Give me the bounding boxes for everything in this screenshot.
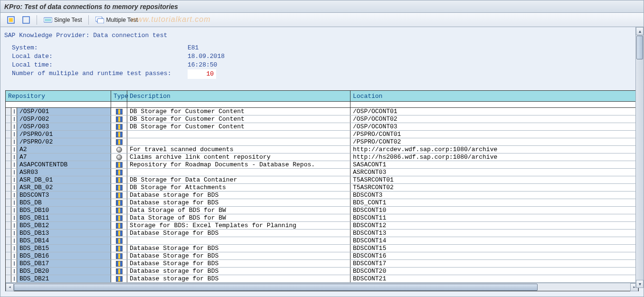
row-selector[interactable] bbox=[6, 192, 11, 199]
svg-rect-1 bbox=[9, 18, 13, 22]
row-checkbox[interactable] bbox=[11, 146, 17, 153]
row-selector[interactable] bbox=[6, 260, 11, 267]
table-row[interactable]: BDS_DB14BDSCONT14 bbox=[6, 237, 638, 245]
row-checkbox[interactable] bbox=[11, 131, 17, 138]
row-checkbox[interactable] bbox=[11, 192, 17, 199]
table-row[interactable]: ASR_DB_02DB Storage for AttachmentsT5ASR… bbox=[6, 184, 638, 192]
cell-repository: ASR03 bbox=[17, 169, 111, 176]
table-row[interactable]: /PSPRO/01/PSPRO/CONT01 bbox=[6, 131, 638, 138]
table-row[interactable]: BDS_DB10Data Storage of BDS for BWBDSCON… bbox=[6, 207, 638, 214]
row-checkbox[interactable] bbox=[11, 138, 17, 145]
row-selector[interactable] bbox=[6, 146, 11, 153]
scroll-v-thumb[interactable] bbox=[636, 36, 643, 59]
row-checkbox[interactable] bbox=[11, 260, 17, 267]
scroll-left-button[interactable]: ◂ bbox=[6, 283, 14, 291]
table-row[interactable]: /OSP/O01DB Storage for Customer Content/… bbox=[6, 108, 638, 115]
row-selector[interactable] bbox=[6, 115, 11, 123]
single-test-button[interactable]: Single Test bbox=[41, 16, 85, 24]
grid-header: Repository Type Description Location bbox=[6, 91, 638, 101]
table-row[interactable]: /OSP/O03DB Storage for Customer Content/… bbox=[6, 123, 638, 131]
table-row[interactable]: A2For travel scanned documentshttp://arc… bbox=[6, 146, 638, 153]
cell-location: SASACONT1 bbox=[350, 161, 638, 168]
row-checkbox[interactable] bbox=[11, 207, 17, 214]
cell-description: DB Storage for Customer Content bbox=[127, 123, 350, 130]
row-checkbox[interactable] bbox=[11, 115, 17, 123]
row-selector[interactable] bbox=[6, 230, 11, 237]
cell-location: /OSP/OCONT01 bbox=[350, 108, 638, 115]
row-selector[interactable] bbox=[6, 207, 11, 214]
row-selector[interactable] bbox=[6, 237, 11, 244]
row-selector[interactable] bbox=[6, 184, 11, 191]
app-toolbar: Single Test Multiple Test www.tutorialka… bbox=[0, 13, 644, 27]
row-selector[interactable] bbox=[6, 169, 11, 176]
table-row[interactable]: /OSP/O02DB Storage for Customer Content/… bbox=[6, 115, 638, 123]
table-row[interactable]: BDS_DB11Data Storage of BDS for BWBDSCON… bbox=[6, 214, 638, 222]
select-all-button[interactable] bbox=[4, 15, 18, 25]
row-checkbox[interactable] bbox=[11, 161, 17, 168]
content-v-scrollbar[interactable]: ▴ ▾ bbox=[635, 27, 644, 288]
row-selector[interactable] bbox=[6, 199, 11, 206]
row-checkbox[interactable] bbox=[11, 184, 17, 191]
row-checkbox[interactable] bbox=[11, 199, 17, 206]
cell-location: /PSPRO/CONT02 bbox=[350, 138, 638, 145]
row-checkbox[interactable] bbox=[11, 275, 17, 282]
table-row[interactable]: BDS_DB15Database Storage for BDSBDSCONT1… bbox=[6, 245, 638, 252]
col-type[interactable]: Type bbox=[111, 91, 127, 101]
row-selector[interactable] bbox=[6, 176, 11, 183]
col-repository[interactable]: Repository bbox=[6, 91, 111, 101]
table-row[interactable]: ASR03ASRCONT03 bbox=[6, 169, 638, 176]
cell-repository: BDS_DB bbox=[17, 199, 111, 206]
table-row[interactable]: BDS_DB17Database Storage for BDSBDSCONT1… bbox=[6, 260, 638, 268]
scroll-up-button[interactable]: ▴ bbox=[636, 27, 644, 35]
row-checkbox[interactable] bbox=[11, 222, 17, 229]
scroll-h-track[interactable] bbox=[14, 283, 630, 291]
passes-input[interactable]: 10 bbox=[188, 69, 216, 79]
row-selector[interactable] bbox=[6, 153, 11, 161]
row-checkbox[interactable] bbox=[11, 108, 17, 115]
table-row[interactable]: BDS_DB21Database storage for BDSBDSCONT2… bbox=[6, 275, 638, 283]
table-row[interactable]: ASR_DB_01DB Storage for Data ContainerT5… bbox=[6, 176, 638, 184]
row-selector[interactable] bbox=[6, 123, 11, 130]
table-row[interactable]: /PSPRO/02/PSPRO/CONT02 bbox=[6, 138, 638, 146]
cell-repository: /OSP/O01 bbox=[17, 108, 111, 115]
row-selector[interactable] bbox=[6, 245, 11, 252]
row-checkbox[interactable] bbox=[11, 245, 17, 252]
cell-repository: BDSCONT3 bbox=[17, 192, 111, 199]
row-checkbox[interactable] bbox=[11, 268, 17, 275]
row-checkbox[interactable] bbox=[11, 176, 17, 183]
row-checkbox[interactable] bbox=[11, 237, 17, 244]
row-checkbox[interactable] bbox=[11, 153, 17, 161]
table-row[interactable]: A7Claims archive link content repository… bbox=[6, 153, 638, 161]
table-row[interactable]: BDS_DB16Database Storage for BDSBDSCONT1… bbox=[6, 252, 638, 260]
row-selector[interactable] bbox=[6, 275, 11, 282]
svg-rect-6 bbox=[97, 19, 104, 23]
row-selector[interactable] bbox=[6, 131, 11, 138]
row-selector[interactable] bbox=[6, 214, 11, 221]
scroll-down-button[interactable]: ▾ bbox=[636, 280, 644, 288]
deselect-all-button[interactable] bbox=[19, 15, 33, 25]
row-selector[interactable] bbox=[6, 268, 11, 275]
grid-h-scrollbar[interactable]: ◂ ▸ bbox=[6, 283, 638, 291]
col-description[interactable]: Description bbox=[127, 91, 350, 101]
scroll-h-thumb[interactable] bbox=[14, 284, 538, 291]
db-type-icon bbox=[116, 276, 123, 282]
row-selector[interactable] bbox=[6, 222, 11, 229]
row-checkbox[interactable] bbox=[11, 252, 17, 259]
multiple-test-button[interactable]: Multiple Test bbox=[93, 16, 140, 24]
row-selector[interactable] bbox=[6, 138, 11, 145]
table-row[interactable]: BDS_DB12Storage for BDS: Excel Templates… bbox=[6, 222, 638, 230]
table-row[interactable]: BDS_DBDatabase storage for BDSBDS_CONT1 bbox=[6, 199, 638, 207]
table-row[interactable]: ASAPCONTENTDBRepository for Roadmap Docu… bbox=[6, 161, 638, 169]
row-checkbox[interactable] bbox=[11, 230, 17, 237]
row-selector[interactable] bbox=[6, 252, 11, 259]
cell-repository: BDS_DB21 bbox=[17, 275, 111, 282]
row-selector[interactable] bbox=[6, 108, 11, 115]
table-row[interactable]: BDSCONT3Database storage for BDSBDSCONT3 bbox=[6, 192, 638, 199]
col-location[interactable]: Location bbox=[350, 91, 638, 101]
table-row[interactable]: BDS_DB13Database Storage for BDSBDSCONT1… bbox=[6, 230, 638, 237]
row-checkbox[interactable] bbox=[11, 123, 17, 130]
row-selector[interactable] bbox=[6, 161, 11, 168]
row-checkbox[interactable] bbox=[11, 214, 17, 221]
table-row[interactable]: BDS_DB20Database storage for BDSBDSCONT2… bbox=[6, 268, 638, 275]
row-checkbox[interactable] bbox=[11, 169, 17, 176]
